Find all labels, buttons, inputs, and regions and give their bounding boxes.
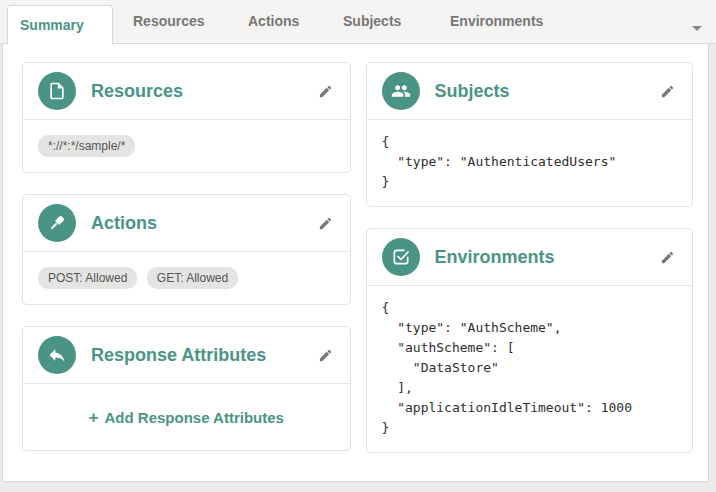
add-response-attributes-label: Add Response Attributes [104, 409, 283, 426]
pencil-icon [318, 216, 333, 231]
caret-down-icon[interactable] [692, 26, 702, 31]
action-badge-get: GET: Allowed [147, 267, 238, 289]
subjects-card-title: Subjects [435, 81, 659, 102]
response-attributes-card-header: Response Attributes [23, 327, 350, 384]
environments-card-header: Environments [367, 229, 693, 286]
resources-card: Resources *://*:*/sample/* [22, 62, 351, 173]
tab-subjects-label: Subjects [343, 13, 401, 29]
tab-environments[interactable]: Environments [450, 0, 543, 44]
tab-resources[interactable]: Resources [133, 0, 205, 44]
environments-card-title: Environments [435, 247, 659, 268]
tab-environments-label: Environments [450, 13, 543, 29]
edit-response-attributes-button[interactable] [316, 346, 335, 365]
left-column: Resources *://*:*/sample/* Actions [22, 62, 351, 481]
gavel-icon [38, 204, 76, 242]
tab-summary-label: Summary [20, 17, 84, 33]
tab-actions-label: Actions [248, 13, 299, 29]
plus-icon: + [89, 409, 99, 426]
reply-arrow-icon [38, 336, 76, 374]
tab-actions[interactable]: Actions [248, 0, 299, 44]
actions-card: Actions POST: Allowed GET: Allowed [22, 194, 351, 305]
policy-summary-screen: Summary Resources Actions Subjects Envir… [0, 0, 716, 492]
actions-card-header: Actions [23, 195, 350, 252]
tab-summary[interactable]: Summary [7, 5, 113, 45]
actions-card-title: Actions [91, 213, 316, 234]
subjects-card-header: Subjects [367, 63, 693, 120]
tab-resources-label: Resources [133, 13, 205, 29]
action-badge-post: POST: Allowed [38, 267, 137, 289]
resources-card-body: *://*:*/sample/* [23, 120, 350, 172]
subjects-json: { "type": "AuthenticatedUsers" } [367, 120, 693, 206]
users-icon [382, 72, 420, 110]
summary-tab-panel: Resources *://*:*/sample/* Actions [2, 44, 709, 482]
edit-resources-button[interactable] [316, 82, 335, 101]
response-attributes-card-title: Response Attributes [91, 345, 316, 366]
resources-card-title: Resources [91, 81, 316, 102]
subjects-card: Subjects { "type": "AuthenticatedUsers" … [366, 62, 694, 207]
pencil-icon [660, 250, 675, 265]
edit-subjects-button[interactable] [658, 82, 677, 101]
file-icon [38, 72, 76, 110]
pencil-icon [318, 348, 333, 363]
pencil-icon [318, 84, 333, 99]
tab-bar: Summary Resources Actions Subjects Envir… [0, 0, 716, 44]
edit-actions-button[interactable] [316, 214, 335, 233]
edit-environments-button[interactable] [658, 248, 677, 267]
tab-subjects[interactable]: Subjects [343, 0, 401, 44]
resource-pattern-badge: *://*:*/sample/* [38, 135, 135, 157]
resources-card-header: Resources [23, 63, 350, 120]
environments-card: Environments { "type": "AuthScheme", "au… [366, 228, 694, 453]
actions-card-body: POST: Allowed GET: Allowed [23, 252, 350, 304]
pencil-icon [660, 84, 675, 99]
response-attributes-card: Response Attributes + Add Response Attri… [22, 326, 351, 451]
environments-json: { "type": "AuthScheme", "authScheme": [ … [367, 286, 693, 452]
check-square-icon [382, 238, 420, 276]
add-response-attributes-link[interactable]: + Add Response Attributes [89, 409, 284, 426]
response-attributes-card-body: + Add Response Attributes [23, 384, 350, 450]
right-column: Subjects { "type": "AuthenticatedUsers" … [366, 62, 694, 481]
